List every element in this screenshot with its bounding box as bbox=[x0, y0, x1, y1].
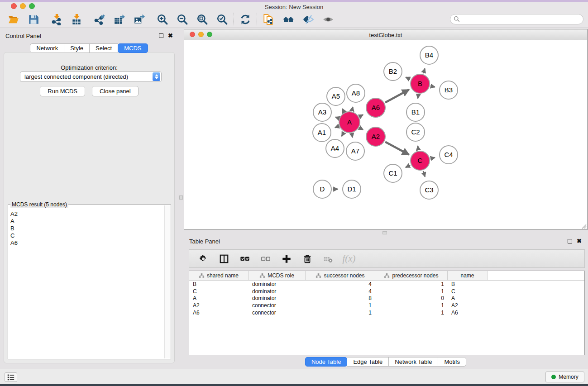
tab-network-table[interactable]: Network Table bbox=[388, 357, 438, 367]
network-graph: AA1A2A3A4A5A6A7A8BB1B2B3B4CC1C2C3C4DD1 bbox=[184, 40, 587, 229]
cell-successor-nodes: 4 bbox=[306, 281, 375, 287]
zoom-fit-button[interactable] bbox=[196, 13, 209, 26]
edge-A2-C[interactable] bbox=[385, 142, 409, 154]
network-window-titlebar[interactable]: testGlobe.txt bbox=[184, 29, 587, 40]
open-file-button[interactable] bbox=[7, 13, 20, 26]
split-divider-grip[interactable] bbox=[179, 195, 183, 200]
control-panel: Control Panel ✖ NetworkStyleSelectMCDS O… bbox=[2, 30, 177, 366]
table-row[interactable]: A6connector11A6 bbox=[189, 309, 584, 316]
tab-select[interactable]: Select bbox=[89, 43, 118, 53]
column-header-successor-nodes[interactable]: successor nodes bbox=[306, 271, 375, 280]
edge-A-A3[interactable] bbox=[335, 117, 338, 118]
desktop-strip bbox=[0, 384, 588, 386]
task-history-button[interactable] bbox=[5, 372, 17, 382]
toolbar-separator bbox=[151, 13, 151, 26]
node-label-B1: B1 bbox=[411, 108, 420, 116]
mcds-panel-body: Optimization criterion: largest connecte… bbox=[4, 52, 175, 363]
save-session-icon bbox=[28, 14, 39, 25]
refresh-button[interactable] bbox=[239, 13, 252, 26]
edge-C-C4[interactable] bbox=[431, 157, 435, 158]
edge-B-B2[interactable] bbox=[406, 77, 410, 79]
dropdown-stepper-icon bbox=[153, 72, 160, 81]
network-canvas[interactable]: AA1A2A3A4A5A6A7A8BB1B2B3B4CC1C2C3C4DD1 bbox=[184, 40, 587, 229]
select-all-button[interactable] bbox=[239, 253, 251, 265]
zoom-out-button[interactable] bbox=[176, 13, 189, 26]
search-field-wrap bbox=[450, 14, 583, 24]
columns-button[interactable] bbox=[218, 253, 230, 265]
memory-button[interactable]: Memory bbox=[545, 372, 584, 382]
edge-B-B1[interactable] bbox=[418, 95, 418, 99]
tab-mcds[interactable]: MCDS bbox=[118, 43, 148, 53]
cell-MCDS-role: connector bbox=[249, 302, 306, 309]
import-table-icon bbox=[71, 14, 82, 25]
add-icon bbox=[282, 254, 292, 264]
control-panel-header: Control Panel ✖ bbox=[2, 30, 177, 42]
edge-A-A2[interactable] bbox=[360, 128, 363, 130]
home-view-button[interactable] bbox=[282, 13, 295, 26]
edge-A-A8[interactable] bbox=[352, 107, 353, 110]
column-header-predecessor-nodes[interactable]: predecessor nodes bbox=[375, 271, 448, 280]
node-label-A: A bbox=[347, 118, 352, 126]
import-table-button[interactable] bbox=[70, 13, 83, 26]
table-row[interactable]: Cdominator41C bbox=[189, 288, 584, 295]
export-image-button[interactable] bbox=[133, 13, 146, 26]
edge-C-C3[interactable] bbox=[423, 171, 425, 176]
close-panel-icon[interactable]: ✖ bbox=[168, 33, 173, 38]
run-mcds-button[interactable]: Run MCDS bbox=[40, 86, 85, 96]
tab-motifs[interactable]: Motifs bbox=[438, 357, 466, 367]
zoom-selected-button[interactable] bbox=[216, 13, 229, 26]
delete-button[interactable] bbox=[301, 253, 313, 265]
table-row[interactable]: Adominator80A bbox=[189, 295, 584, 302]
float-panel-icon[interactable] bbox=[568, 239, 572, 243]
edge-C-C2[interactable] bbox=[418, 146, 418, 150]
mcds-result-item[interactable]: A2 bbox=[10, 210, 171, 218]
column-header-MCDS-role[interactable]: MCDS role bbox=[249, 271, 306, 280]
network-window-title: testGlobe.txt bbox=[184, 32, 587, 38]
cell-MCDS-role: dominator bbox=[249, 288, 306, 295]
cell-successor-nodes: 1 bbox=[306, 302, 375, 309]
resize-grip-icon[interactable] bbox=[581, 224, 587, 229]
column-header-name[interactable]: name bbox=[448, 271, 488, 280]
edge-A-A6[interactable] bbox=[360, 114, 363, 116]
close-panel-button[interactable]: Close panel bbox=[92, 86, 139, 96]
cell-successor-nodes: 1 bbox=[306, 310, 375, 316]
node-label-A2: A2 bbox=[372, 133, 380, 140]
edge-A6-B[interactable] bbox=[385, 90, 409, 102]
duplicate-network-button[interactable] bbox=[262, 13, 275, 26]
edge-A-A4[interactable] bbox=[342, 133, 344, 136]
edge-B-B4[interactable] bbox=[423, 69, 425, 74]
close-panel-icon[interactable]: ✖ bbox=[577, 239, 582, 243]
hide-selected-button[interactable] bbox=[302, 13, 315, 26]
table-row[interactable]: A2connector11A2 bbox=[189, 302, 584, 309]
scrollbar-track[interactable] bbox=[164, 205, 170, 358]
mcds-result-item[interactable]: B bbox=[10, 225, 171, 232]
tab-edge-table[interactable]: Edge Table bbox=[347, 357, 389, 367]
mcds-result-item[interactable]: A6 bbox=[10, 239, 171, 247]
split-divider-grip[interactable] bbox=[382, 231, 387, 234]
search-input[interactable] bbox=[450, 14, 583, 24]
column-header-shared-name[interactable]: shared name bbox=[189, 271, 249, 280]
gear-button[interactable] bbox=[197, 253, 209, 265]
show-all-button[interactable] bbox=[322, 13, 335, 26]
edge-C-C1[interactable] bbox=[406, 165, 410, 167]
import-network-button[interactable] bbox=[50, 13, 63, 26]
export-network-button[interactable] bbox=[93, 13, 106, 26]
save-session-button[interactable] bbox=[27, 13, 40, 26]
export-table-button[interactable] bbox=[113, 13, 126, 26]
optimization-criterion-dropdown[interactable]: largest connected component (directed) bbox=[20, 71, 162, 82]
edge-B-B3[interactable] bbox=[430, 86, 435, 87]
zoom-in-button[interactable] bbox=[156, 13, 169, 26]
edge-A-A5[interactable] bbox=[342, 109, 344, 112]
float-panel-icon[interactable] bbox=[159, 33, 163, 38]
table-row[interactable]: Bdominator41B bbox=[189, 281, 584, 288]
deselect-all-button[interactable] bbox=[260, 253, 272, 265]
edge-A-A1[interactable] bbox=[335, 126, 339, 128]
mcds-result-item[interactable]: A bbox=[10, 218, 171, 225]
tab-network[interactable]: Network bbox=[30, 43, 64, 53]
add-button[interactable] bbox=[281, 253, 292, 265]
mcds-result-item[interactable]: C bbox=[10, 232, 171, 239]
tab-node-table[interactable]: Node Table bbox=[305, 357, 348, 367]
edge-A-A7[interactable] bbox=[352, 133, 353, 137]
tab-style[interactable]: Style bbox=[64, 43, 90, 53]
cell-shared-name: C bbox=[189, 288, 249, 295]
